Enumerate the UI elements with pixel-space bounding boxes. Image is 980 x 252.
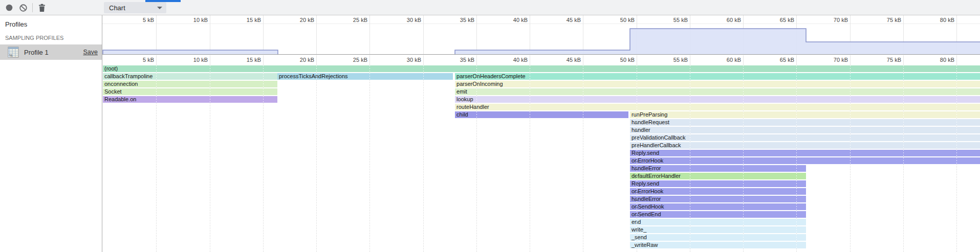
gridline-35kb: [476, 65, 477, 252]
ruler-tick-label: 35 kB: [446, 57, 474, 63]
svg-text:%: %: [9, 54, 12, 57]
gridline-30kb: [423, 65, 424, 252]
flame-bar-handleError[interactable]: handleError: [630, 165, 806, 172]
ruler-tick-label: 65 kB: [766, 57, 794, 63]
ruler-tick-label: 50 kB: [606, 57, 635, 63]
chevron-down-icon: [157, 7, 162, 9]
record-icon: [5, 4, 13, 12]
sidebar-title: Profiles: [5, 20, 27, 28]
gridline-80kb: [956, 65, 957, 252]
flame-bar-end[interactable]: end: [630, 219, 806, 225]
gridline-55kb: [690, 55, 690, 65]
profiles-sidebar: Profiles SAMPLING PROFILES % Profile 1 S…: [0, 15, 102, 252]
ruler-tick-label: 70 kB: [819, 57, 848, 63]
flame-bar-callbackTrampoline[interactable]: callbackTrampoline: [103, 73, 277, 80]
gridline-40kb: [530, 65, 530, 252]
flame-bar-Reply.send[interactable]: Reply.send: [630, 150, 980, 156]
flame-bar-defaultErrorHandler[interactable]: defaultErrorHandler: [630, 173, 806, 179]
flame-bar-handleError[interactable]: handleError: [630, 196, 806, 202]
ruler-tick-label: 25 kB: [339, 57, 367, 63]
profile-name: Profile 1: [24, 49, 49, 56]
flame-bar-write_[interactable]: write_: [630, 226, 806, 233]
flame-bar-routeHandler[interactable]: routeHandler: [455, 104, 980, 110]
toolbar-separator: [32, 3, 33, 12]
gridline-65kb: [796, 55, 797, 65]
flame-bar-handleRequest[interactable]: handleRequest: [630, 119, 980, 126]
flame-bar-emit[interactable]: emit: [455, 88, 980, 95]
sidebar-section-heading: SAMPLING PROFILES: [5, 35, 63, 41]
flame-bar-processTicksAndRejections[interactable]: processTicksAndRejections: [277, 73, 453, 80]
ruler-tick-label: 20 kB: [286, 57, 314, 63]
flame-bar-preHandlerCallback[interactable]: preHandlerCallback: [630, 142, 980, 149]
gridline-5kb: [156, 65, 157, 252]
clear-button[interactable]: [18, 3, 28, 12]
gridline-60kb: [743, 55, 744, 65]
trash-icon: [38, 4, 46, 12]
gridline-10kb: [210, 55, 210, 65]
flame-bar-runPreParsing[interactable]: runPreParsing: [630, 111, 980, 118]
flame-bar-onconnection[interactable]: onconnection: [103, 81, 277, 87]
circle-slash-icon: [19, 4, 28, 12]
ruler-tick-label: 5 kB: [125, 57, 154, 63]
flame-chart: (root)callbackTrampolineprocessTicksAndR…: [102, 65, 980, 252]
gridline-75kb: [903, 65, 904, 252]
gridline-40kb: [530, 55, 530, 65]
gridline-70kb: [850, 65, 851, 252]
gridline-25kb: [369, 65, 370, 252]
flame-chart-ruler: 5 kB10 kB15 kB20 kB25 kB30 kB35 kB40 kB4…: [102, 55, 980, 65]
gridline-35kb: [476, 55, 477, 65]
toolbar-buttons: [0, 0, 102, 15]
ruler-tick-label: 60 kB: [712, 57, 741, 63]
gridline-20kb: [316, 55, 317, 65]
profile-table-icon: %: [8, 47, 19, 60]
flame-bar-onErrorHook[interactable]: onErrorHook: [630, 188, 806, 195]
gridline-70kb: [850, 55, 851, 65]
ruler-tick-label: 55 kB: [659, 57, 688, 63]
flame-bar-child[interactable]: child: [455, 111, 628, 118]
save-profile-link[interactable]: Save: [83, 49, 98, 56]
ruler-tick-label: 30 kB: [393, 57, 421, 63]
chart-pane: 5 kB10 kB15 kB20 kB25 kB30 kB35 kB40 kB4…: [102, 15, 980, 252]
flame-bar-handler[interactable]: handler: [630, 127, 980, 133]
flame-bar-Reply.send[interactable]: Reply.send: [630, 180, 806, 187]
flame-bar-_send[interactable]: _send: [630, 234, 806, 241]
gridline-45kb: [583, 55, 583, 65]
gridline-20kb: [316, 65, 317, 252]
gridline-55kb: [690, 65, 690, 252]
gridline-15kb: [263, 65, 264, 252]
record-button[interactable]: [5, 3, 14, 12]
view-mode-select[interactable]: Chart: [104, 2, 166, 13]
flame-bar-onSendEnd[interactable]: onSendEnd: [630, 211, 806, 218]
ruler-tick-label: 45 kB: [552, 57, 581, 63]
ruler-tick-label: 40 kB: [499, 57, 528, 63]
flame-bar-Readable.on[interactable]: Readable.on: [103, 96, 277, 103]
flame-bar-onErrorHook[interactable]: onErrorHook: [630, 157, 980, 164]
flame-bar-preValidationCallback[interactable]: preValidationCallback: [630, 134, 980, 141]
delete-profile-button[interactable]: [37, 3, 47, 12]
gridline-50kb: [637, 65, 637, 252]
sidebar-item-profile-1[interactable]: % Profile 1 Save: [0, 44, 102, 60]
flame-bar-_writeRaw[interactable]: _writeRaw: [630, 242, 806, 248]
flame-bar-lookup[interactable]: lookup: [455, 96, 980, 103]
flame-bar-root[interactable]: (root): [103, 65, 980, 72]
gridline-45kb: [583, 65, 583, 252]
gridline-65kb: [796, 65, 797, 252]
gridline-5kb: [156, 55, 157, 65]
gridline-30kb: [423, 55, 424, 65]
gridline-50kb: [637, 55, 637, 65]
ruler-tick-label: 15 kB: [232, 57, 261, 63]
flame-bar-parserOnIncoming[interactable]: parserOnIncoming: [455, 81, 980, 87]
heap-profiler-panel: Chart Profiles SAMPLING PROFILES %: [0, 0, 980, 252]
flame-bar-parserOnHeadersComplete[interactable]: parserOnHeadersComplete: [455, 73, 980, 80]
ruler-tick-label: 10 kB: [179, 57, 208, 63]
ruler-tick-label: 80 kB: [926, 57, 954, 63]
allocation-overview[interactable]: 5 kB10 kB15 kB20 kB25 kB30 kB35 kB40 kB4…: [102, 15, 980, 55]
gridline-10kb: [210, 65, 210, 252]
gridline-25kb: [369, 55, 370, 65]
gridline-80kb: [956, 55, 957, 65]
gridline-75kb: [903, 55, 904, 65]
flame-bar-Socket[interactable]: Socket: [103, 88, 277, 95]
view-mode-value: Chart: [109, 4, 125, 12]
overview-area-chart[interactable]: [102, 15, 980, 55]
flame-bar-onSendHook[interactable]: onSendHook: [630, 203, 806, 210]
